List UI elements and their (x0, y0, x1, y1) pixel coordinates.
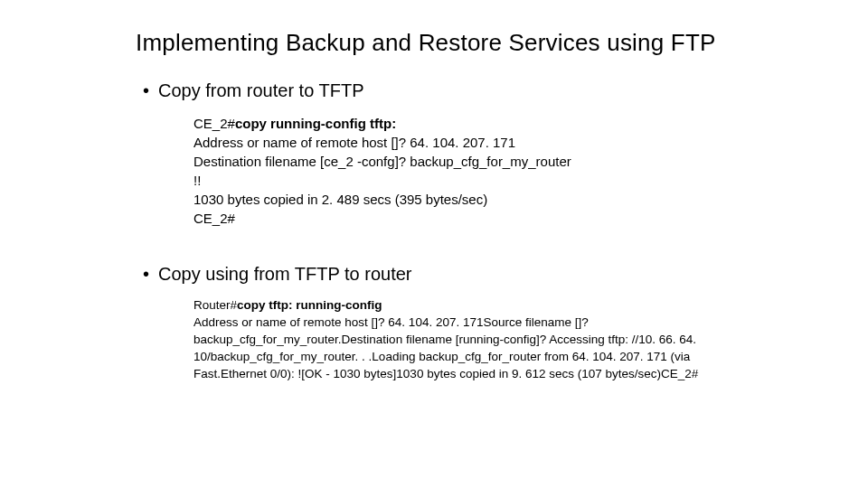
code-line: !! (193, 171, 732, 190)
slide-title: Implementing Backup and Restore Services… (136, 29, 732, 57)
code-line: CE_2# (193, 209, 732, 228)
prompt: CE_2# (193, 116, 235, 131)
section2-body: Router#copy tftp: running-config Address… (193, 297, 732, 382)
code-line: Address or name of remote host []? 64. 1… (193, 133, 732, 152)
prompt: Router# (193, 298, 237, 312)
section1-body: CE_2#copy running-config tftp: Address o… (193, 114, 732, 228)
code-line: Destination filename [ce_2 -confg]? back… (193, 152, 732, 171)
section2-heading: Copy using from TFTP to router (143, 264, 732, 285)
code-line: CE_2#copy running-config tftp: (193, 114, 732, 133)
section1-heading: Copy from router to TFTP (143, 80, 732, 101)
slide: Implementing Backup and Restore Services… (0, 0, 868, 382)
command: copy tftp: running-config (237, 298, 382, 312)
code-paragraph: Address or name of remote host []? 64. 1… (193, 314, 732, 383)
code-line: 1030 bytes copied in 2. 489 secs (395 by… (193, 190, 732, 209)
code-line: Router#copy tftp: running-config (193, 297, 732, 314)
command: copy running-config tftp: (235, 116, 396, 131)
